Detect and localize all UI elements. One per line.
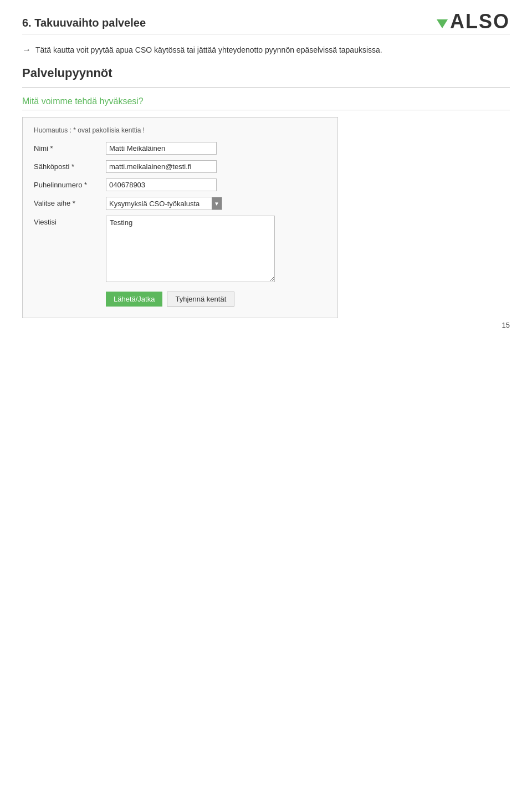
form-notice: Huomautus : * ovat pakollisia kenttia ! (34, 126, 326, 134)
field-aihe: Kysymyksiä CSO-työkalusta ▼ (106, 197, 326, 210)
input-puhelinnumero[interactable] (106, 178, 217, 191)
select-arrow-icon: ▼ (212, 197, 222, 210)
page-number: 15 (502, 321, 510, 329)
label-puhelinnumero: Puhelinnumero * (34, 178, 106, 189)
select-aihe[interactable]: Kysymyksiä CSO-työkalusta (106, 198, 212, 210)
logo-text: ALSO (450, 10, 510, 33)
section-heading: Palvelupyynnöt (22, 66, 510, 80)
form-row-sahkoposti: Sähköposti * (34, 160, 326, 173)
label-sahkoposti: Sähköposti * (34, 160, 106, 171)
input-nimi[interactable] (106, 142, 217, 155)
input-sahkoposti[interactable] (106, 160, 217, 173)
service-request-form: Huomautus : * ovat pakollisia kenttia ! … (22, 117, 338, 318)
label-nimi: Nimi * (34, 142, 106, 152)
form-row-aihe: Valitse aihe * Kysymyksiä CSO-työkalusta… (34, 197, 326, 210)
form-row-viestisi: Viestisi Testing (34, 216, 326, 284)
subsection-heading: Mitä voimme tehdä hyväksesi? (22, 96, 510, 110)
logo-triangle-icon (437, 19, 448, 28)
arrow-icon: → (22, 45, 31, 55)
field-nimi (106, 142, 326, 155)
field-sahkoposti (106, 160, 326, 173)
intro-section: → Tätä kautta voit pyytää apua CSO käytö… (22, 44, 510, 56)
field-viestisi: Testing (106, 216, 326, 284)
submit-button[interactable]: Lähetä/Jatka (106, 292, 162, 307)
clear-button[interactable]: Tyhjennä kentät (167, 292, 234, 307)
form-row-puhelinnumero: Puhelinnumero * (34, 178, 326, 191)
intro-text: Tätä kautta voit pyytää apua CSO käytöss… (35, 44, 382, 56)
form-actions: Lähetä/Jatka Tyhjennä kentät (106, 292, 326, 307)
label-aihe: Valitse aihe * (34, 197, 106, 207)
field-puhelinnumero (106, 178, 326, 191)
label-viestisi: Viestisi (34, 216, 106, 226)
logo: ALSO (437, 10, 510, 33)
textarea-viestisi[interactable]: Testing (106, 216, 275, 282)
section-divider (22, 87, 510, 88)
form-row-nimi: Nimi * (34, 142, 326, 155)
select-wrapper-aihe: Kysymyksiä CSO-työkalusta ▼ (106, 197, 222, 210)
